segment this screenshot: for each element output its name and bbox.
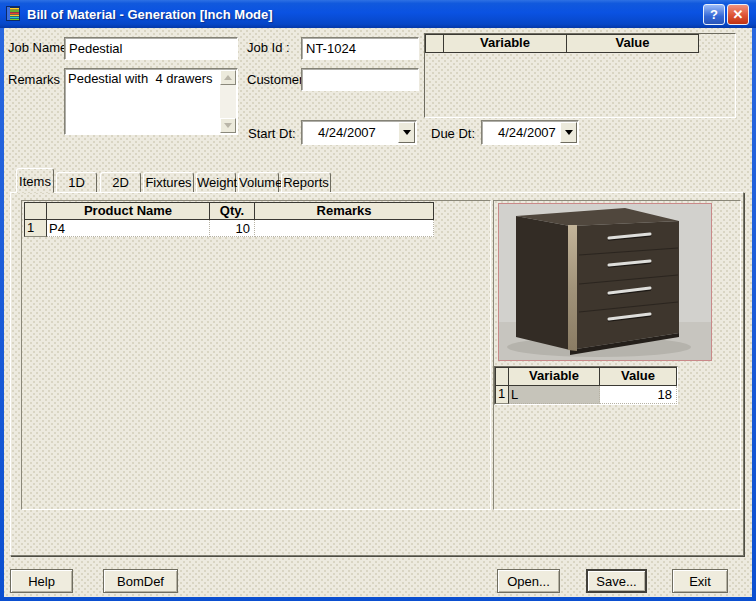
tab-fixtures[interactable]: Fixtures: [143, 172, 194, 193]
job-name-input[interactable]: [64, 37, 238, 60]
due-dt-dropdown-icon[interactable]: [560, 122, 577, 143]
items-panel: Product Name Qty. Remarks 1 P4 10: [21, 200, 491, 510]
variable-grid-top[interactable]: Variable Value: [424, 33, 736, 118]
variable-grid-bottom[interactable]: Variable Value 1 L 18: [494, 366, 678, 405]
var-grid-corner-cell: [495, 367, 509, 386]
product-name-header[interactable]: Product Name: [47, 202, 210, 220]
bill-of-material-window: Bill of Material - Generation [Inch Mode…: [0, 0, 756, 601]
open-button[interactable]: Open...: [497, 569, 560, 593]
start-dt-value: 4/24/2007: [302, 121, 397, 144]
save-button[interactable]: Save...: [586, 569, 647, 593]
tab-volume[interactable]: Volume: [238, 172, 279, 193]
items-table[interactable]: Product Name Qty. Remarks 1 P4 10: [24, 202, 434, 237]
variable-cell[interactable]: L: [509, 386, 600, 404]
tab-items[interactable]: Items: [16, 168, 54, 193]
product-name-cell[interactable]: P4: [47, 220, 210, 237]
remarks-cell[interactable]: [255, 220, 434, 237]
remarks-text: Pedestial with 4 drawers: [68, 71, 218, 86]
window-title: Bill of Material - Generation [Inch Mode…: [27, 7, 273, 22]
var-column-header[interactable]: Variable: [509, 367, 600, 386]
help-button[interactable]: Help: [10, 569, 73, 593]
start-dt-combobox[interactable]: 4/24/2007: [301, 120, 417, 145]
items-corner-cell: [24, 202, 47, 220]
start-dt-label: Start Dt:: [248, 126, 296, 141]
bom-app-icon: [6, 6, 22, 22]
tab-reports[interactable]: Reports: [281, 172, 331, 193]
remarks-input[interactable]: Pedestial with 4 drawers: [64, 68, 238, 135]
table-row[interactable]: 1 L 18: [495, 386, 677, 404]
product-image: [498, 203, 712, 361]
remarks-header[interactable]: Remarks: [255, 202, 434, 220]
due-dt-label: Due Dt:: [431, 126, 475, 141]
tab-weight[interactable]: Weight: [196, 172, 236, 193]
titlebar-help-button[interactable]: ?: [703, 4, 725, 25]
qty-cell[interactable]: 10: [210, 220, 255, 237]
tab-1d[interactable]: 1D: [56, 172, 97, 193]
close-icon[interactable]: ✕: [727, 4, 749, 25]
remarks-label: Remarks :: [8, 72, 67, 87]
due-dt-combobox[interactable]: 4/24/2007: [481, 120, 579, 145]
job-id-input[interactable]: [301, 37, 419, 60]
scroll-down-icon[interactable]: [220, 118, 236, 133]
var-row-number-cell: 1: [495, 386, 509, 404]
items-tab-page: Product Name Qty. Remarks 1 P4 10: [10, 192, 744, 556]
start-dt-dropdown-icon[interactable]: [398, 122, 415, 143]
value-cell[interactable]: 18: [600, 386, 677, 404]
variable-column-header[interactable]: Variable: [444, 34, 567, 53]
title-bar[interactable]: Bill of Material - Generation [Inch Mode…: [0, 0, 756, 28]
due-dt-value: 4/24/2007: [482, 121, 559, 144]
remarks-scrollbar[interactable]: [220, 70, 236, 133]
tab-2d[interactable]: 2D: [100, 172, 141, 193]
dialog-client-area: Job Name : Remarks : Pedestial with 4 dr…: [4, 28, 752, 597]
val-column-header[interactable]: Value: [600, 367, 677, 386]
scroll-up-icon[interactable]: [220, 70, 236, 85]
exit-button[interactable]: Exit: [672, 569, 728, 593]
grid-corner-cell: [425, 34, 444, 53]
product-panel: Variable Value 1 L 18: [493, 200, 741, 510]
row-number-cell: 1: [24, 220, 47, 237]
customer-input[interactable]: [301, 68, 419, 91]
bomdef-button[interactable]: BomDef: [103, 569, 178, 593]
qty-header[interactable]: Qty.: [210, 202, 255, 220]
value-column-header[interactable]: Value: [567, 34, 699, 53]
job-id-label: Job Id :: [247, 40, 290, 55]
table-row[interactable]: 1 P4 10: [24, 220, 434, 237]
